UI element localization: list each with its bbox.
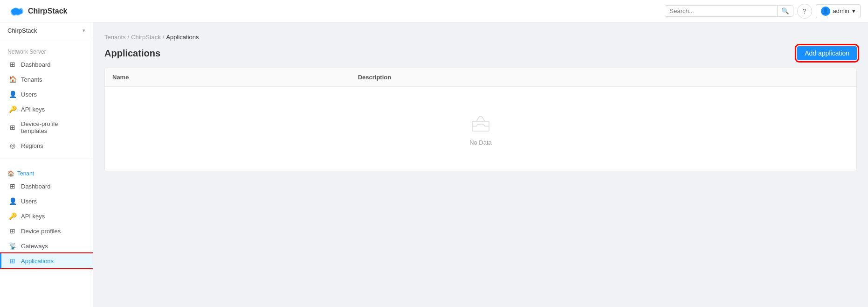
search-button[interactable]: 🔍 xyxy=(777,6,793,16)
table-header-description: Description xyxy=(358,74,849,81)
network-server-section: Network Server ⊞ Dashboard 🏠 Tenants 👤 U… xyxy=(0,39,93,157)
logo-text: ChirpStack xyxy=(28,7,67,15)
user-menu-button[interactable]: 👤 admin ▾ xyxy=(816,4,861,18)
sidebar-item-applications[interactable]: ⊞ Applications xyxy=(0,253,93,268)
no-data-icon xyxy=(469,112,492,135)
sidebar-item-gateways[interactable]: 📡 Gateways xyxy=(0,238,93,253)
tenant-label: 🏠 Tenant xyxy=(0,165,93,179)
sidebar-item-tenants[interactable]: 🏠 Tenants xyxy=(0,72,93,87)
sidebar-item-api-keys-label: API keys xyxy=(21,106,45,113)
help-button[interactable]: ? xyxy=(797,4,812,19)
applications-icon: ⊞ xyxy=(9,257,16,265)
tenant-api-keys-icon: 🔑 xyxy=(9,212,16,220)
sidebar-item-regions-label: Regions xyxy=(21,142,43,149)
device-profiles-icon: ⊞ xyxy=(9,227,16,235)
user-label: admin xyxy=(833,7,849,14)
user-icon-symbol: 👤 xyxy=(822,8,829,14)
no-data-text: No Data xyxy=(469,139,492,146)
sidebar-item-device-profile-templates[interactable]: ⊞ Device-profile templates xyxy=(0,117,93,138)
logo: ChirpStack xyxy=(7,6,67,17)
sidebar-item-gateways-label: Gateways xyxy=(21,243,48,250)
logo-icon xyxy=(7,6,24,17)
network-server-label: Network Server xyxy=(0,43,93,57)
tenant-section-label: Tenant xyxy=(17,170,34,177)
page-header: Applications Add application xyxy=(104,46,857,60)
sidebar-divider xyxy=(0,159,93,159)
tenant-selector[interactable]: ChirpStack ▾ xyxy=(0,22,93,39)
sidebar-item-tenant-dashboard[interactable]: ⊞ Dashboard xyxy=(0,179,93,194)
navbar: ChirpStack 🔍 ? 👤 admin ▾ xyxy=(0,0,868,22)
users-icon: 👤 xyxy=(9,91,16,98)
tenant-home-icon: 🏠 xyxy=(7,170,14,177)
table-header-name: Name xyxy=(112,74,358,81)
gateways-icon: 📡 xyxy=(9,242,16,250)
help-icon: ? xyxy=(803,7,806,15)
tenant-selector-label: ChirpStack xyxy=(7,27,37,34)
main-content: Tenants / ChirpStack / Applications Appl… xyxy=(93,22,868,307)
sidebar-item-tenant-dashboard-label: Dashboard xyxy=(21,183,51,190)
tenant-dashboard-icon: ⊞ xyxy=(9,182,16,190)
navbar-right: 🔍 ? 👤 admin ▾ xyxy=(665,4,861,19)
sidebar-item-users-label: Users xyxy=(21,91,37,98)
user-dropdown-icon: ▾ xyxy=(852,7,855,14)
breadcrumb-separator-2: / xyxy=(163,34,165,41)
sidebar-item-dashboard[interactable]: ⊞ Dashboard xyxy=(0,57,93,72)
api-keys-icon: 🔑 xyxy=(9,105,16,113)
sidebar-item-applications-label: Applications xyxy=(21,258,54,265)
sidebar-item-api-keys[interactable]: 🔑 API keys xyxy=(0,102,93,117)
sidebar-item-tenants-label: Tenants xyxy=(21,76,42,83)
layout: ChirpStack ▾ Network Server ⊞ Dashboard … xyxy=(0,22,868,307)
sidebar-item-tenant-users[interactable]: 👤 Users xyxy=(0,194,93,209)
sidebar-item-device-profile-templates-label: Device-profile templates xyxy=(21,120,85,134)
tenant-section: 🏠 Tenant ⊞ Dashboard 👤 Users 🔑 API keys … xyxy=(0,161,93,272)
breadcrumb-tenants[interactable]: Tenants xyxy=(104,34,126,41)
tenants-icon: 🏠 xyxy=(9,76,16,83)
device-profile-icon: ⊞ xyxy=(9,124,16,131)
applications-table: Name Description No Data xyxy=(104,68,857,171)
sidebar-item-tenant-users-label: Users xyxy=(21,198,37,205)
sidebar-item-dashboard-label: Dashboard xyxy=(21,61,51,68)
sidebar-item-device-profiles[interactable]: ⊞ Device profiles xyxy=(0,223,93,238)
breadcrumb-chirpstack[interactable]: ChirpStack xyxy=(131,34,161,41)
regions-icon: ◎ xyxy=(9,142,16,149)
dashboard-icon: ⊞ xyxy=(9,61,16,68)
user-avatar: 👤 xyxy=(821,7,830,16)
table-body: No Data xyxy=(105,87,856,171)
breadcrumb: Tenants / ChirpStack / Applications xyxy=(104,34,857,41)
sidebar-item-users[interactable]: 👤 Users xyxy=(0,87,93,102)
search-icon: 🔍 xyxy=(781,7,789,14)
table-header: Name Description xyxy=(105,68,856,87)
sidebar: ChirpStack ▾ Network Server ⊞ Dashboard … xyxy=(0,22,93,307)
search-input[interactable] xyxy=(665,6,777,16)
page-title: Applications xyxy=(104,48,160,59)
search-box: 🔍 xyxy=(665,5,793,17)
sidebar-item-tenant-api-keys[interactable]: 🔑 API keys xyxy=(0,209,93,223)
breadcrumb-separator-1: / xyxy=(128,34,130,41)
breadcrumb-current: Applications xyxy=(166,34,199,41)
sidebar-item-regions[interactable]: ◎ Regions xyxy=(0,138,93,153)
sidebar-item-device-profiles-label: Device profiles xyxy=(21,228,61,235)
tenant-users-icon: 👤 xyxy=(9,197,16,205)
chevron-down-icon: ▾ xyxy=(83,28,85,34)
sidebar-item-tenant-api-keys-label: API keys xyxy=(21,213,45,220)
add-application-button[interactable]: Add application xyxy=(797,46,857,60)
